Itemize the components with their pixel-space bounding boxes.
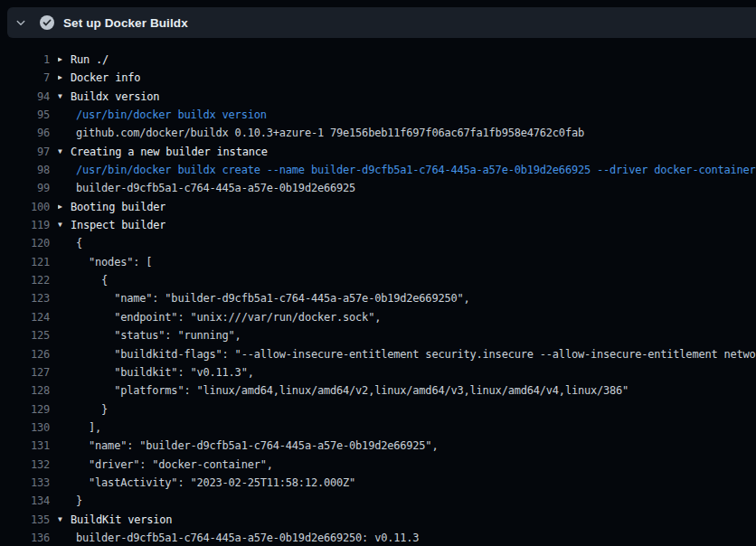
line-number[interactable]: 133 bbox=[0, 474, 50, 492]
line-number[interactable]: 125 bbox=[0, 326, 50, 344]
log-line-text: } bbox=[76, 400, 108, 419]
line-number[interactable]: 132 bbox=[0, 456, 50, 474]
log-line: 132 "driver": "docker-container", bbox=[0, 456, 756, 474]
triangle-down-icon[interactable]: ▼ bbox=[58, 216, 71, 234]
log-line: 128 "platforms": "linux/amd64,linux/amd6… bbox=[0, 381, 756, 400]
log-group-title[interactable]: ▼BuildKit version bbox=[58, 511, 172, 529]
line-number[interactable]: 123 bbox=[0, 289, 50, 307]
log-line-text: { bbox=[76, 234, 82, 252]
log-viewer: 1 ▶Run ./ 7 ▶Docker info 94 ▼Buildx vers… bbox=[0, 38, 756, 546]
log-line: 134 } bbox=[0, 492, 756, 510]
line-number[interactable]: 100 bbox=[0, 198, 50, 216]
log-line-text: builder-d9cfb5a1-c764-445a-a57e-0b19d2e6… bbox=[76, 529, 419, 546]
log-group-line[interactable]: 97 ▼Creating a new builder instance bbox=[0, 143, 756, 161]
log-group-title[interactable]: ▶Docker info bbox=[58, 69, 140, 87]
log-line-text: /usr/bin/docker buildx version bbox=[76, 106, 267, 124]
log-line-text: github.com/docker/buildx 0.10.3+azure-1 … bbox=[76, 124, 584, 142]
group-title-label: BuildKit version bbox=[71, 511, 172, 529]
log-line-text: "buildkitd-flags": "--allow-insecure-ent… bbox=[76, 345, 756, 363]
line-number[interactable]: 126 bbox=[0, 345, 50, 363]
step-header[interactable]: Set up Docker Buildx bbox=[7, 7, 756, 38]
log-line: 95 /usr/bin/docker buildx version bbox=[0, 106, 756, 124]
check-circle-icon bbox=[40, 15, 54, 30]
log-line-text: "lastActivity": "2023-02-25T11:58:12.000… bbox=[76, 474, 355, 492]
triangle-right-icon[interactable]: ▶ bbox=[58, 198, 71, 216]
line-number[interactable]: 7 bbox=[0, 69, 50, 87]
log-line-text: ], bbox=[76, 419, 101, 437]
line-number[interactable]: 128 bbox=[0, 381, 50, 400]
log-line: 124 "endpoint": "unix:///var/run/docker.… bbox=[0, 308, 756, 326]
log-line: 99 builder-d9cfb5a1-c764-445a-a57e-0b19d… bbox=[0, 179, 756, 197]
log-line: 120 { bbox=[0, 234, 756, 252]
log-line: 136 builder-d9cfb5a1-c764-445a-a57e-0b19… bbox=[0, 529, 756, 546]
line-number[interactable]: 127 bbox=[0, 363, 50, 381]
line-number[interactable]: 129 bbox=[0, 400, 50, 419]
log-line: 98 /usr/bin/docker buildx create --name … bbox=[0, 161, 756, 179]
line-number[interactable]: 96 bbox=[0, 124, 50, 142]
line-number[interactable]: 136 bbox=[0, 529, 50, 546]
line-number[interactable]: 99 bbox=[0, 179, 50, 197]
log-line-text: } bbox=[76, 492, 82, 510]
log-line-text: "nodes": [ bbox=[76, 253, 152, 271]
triangle-down-icon[interactable]: ▼ bbox=[58, 143, 71, 161]
log-line: 126 "buildkitd-flags": "--allow-insecure… bbox=[0, 345, 756, 363]
log-line-text: { bbox=[76, 271, 108, 289]
line-number[interactable]: 124 bbox=[0, 308, 50, 326]
step-title: Set up Docker Buildx bbox=[63, 16, 188, 30]
log-group-line[interactable]: 1 ▶Run ./ bbox=[0, 51, 756, 69]
log-group-title[interactable]: ▶Run ./ bbox=[58, 51, 109, 69]
group-title-label: Docker info bbox=[71, 69, 140, 87]
triangle-right-icon[interactable]: ▶ bbox=[58, 51, 71, 69]
log-line: 131 "name": "builder-d9cfb5a1-c764-445a-… bbox=[0, 437, 756, 455]
log-line: 133 "lastActivity": "2023-02-25T11:58:12… bbox=[0, 474, 756, 492]
log-group-line[interactable]: 100 ▶Booting builder bbox=[0, 198, 756, 216]
chevron-down-icon[interactable] bbox=[7, 17, 34, 28]
log-line-text: /usr/bin/docker buildx create --name bui… bbox=[76, 161, 756, 179]
log-line-text: "buildkit": "v0.11.3", bbox=[76, 363, 254, 381]
triangle-right-icon[interactable]: ▶ bbox=[58, 69, 71, 87]
line-number[interactable]: 122 bbox=[0, 271, 50, 289]
triangle-down-icon[interactable]: ▼ bbox=[58, 511, 71, 529]
log-line: 129 } bbox=[0, 400, 756, 419]
line-number[interactable]: 130 bbox=[0, 419, 50, 437]
log-line: 96 github.com/docker/buildx 0.10.3+azure… bbox=[0, 124, 756, 142]
log-group-title[interactable]: ▼Inspect builder bbox=[58, 216, 165, 234]
group-title-label: Creating a new builder instance bbox=[71, 143, 268, 161]
group-title-label: Booting builder bbox=[71, 198, 165, 216]
log-line: 123 "name": "builder-d9cfb5a1-c764-445a-… bbox=[0, 289, 756, 307]
log-line-text: "name": "builder-d9cfb5a1-c764-445a-a57e… bbox=[76, 437, 438, 455]
group-title-label: Run ./ bbox=[71, 51, 109, 69]
log-group-title[interactable]: ▼Creating a new builder instance bbox=[58, 143, 268, 161]
line-number[interactable]: 119 bbox=[0, 216, 50, 234]
line-number[interactable]: 94 bbox=[0, 88, 50, 106]
triangle-down-icon[interactable]: ▼ bbox=[58, 88, 71, 106]
line-number[interactable]: 95 bbox=[0, 106, 50, 124]
line-number[interactable]: 1 bbox=[0, 51, 50, 69]
log-line: 122 { bbox=[0, 271, 756, 289]
log-group-line[interactable]: 7 ▶Docker info bbox=[0, 69, 756, 87]
log-line: 121 "nodes": [ bbox=[0, 253, 756, 271]
log-line: 127 "buildkit": "v0.11.3", bbox=[0, 363, 756, 381]
log-line-text: builder-d9cfb5a1-c764-445a-a57e-0b19d2e6… bbox=[76, 179, 355, 197]
line-number[interactable]: 98 bbox=[0, 161, 50, 179]
group-title-label: Buildx version bbox=[71, 88, 159, 106]
log-group-line[interactable]: 135 ▼BuildKit version bbox=[0, 511, 756, 529]
log-line: 125 "status": "running", bbox=[0, 326, 756, 344]
log-group-line[interactable]: 119 ▼Inspect builder bbox=[0, 216, 756, 234]
line-number[interactable]: 120 bbox=[0, 234, 50, 252]
line-number[interactable]: 131 bbox=[0, 437, 50, 455]
log-group-line[interactable]: 94 ▼Buildx version bbox=[0, 88, 756, 106]
log-line-text: "status": "running", bbox=[76, 326, 241, 344]
line-number[interactable]: 121 bbox=[0, 253, 50, 271]
line-number[interactable]: 97 bbox=[0, 143, 50, 161]
log-line: 130 ], bbox=[0, 419, 756, 437]
log-group-title[interactable]: ▶Booting builder bbox=[58, 198, 165, 216]
log-group-title[interactable]: ▼Buildx version bbox=[58, 88, 159, 106]
line-number[interactable]: 134 bbox=[0, 492, 50, 510]
log-line-text: "platforms": "linux/amd64,linux/amd64/v2… bbox=[76, 381, 628, 400]
log-line-text: "driver": "docker-container", bbox=[76, 456, 273, 474]
log-line-text: "name": "builder-d9cfb5a1-c764-445a-a57e… bbox=[76, 289, 470, 307]
group-title-label: Inspect builder bbox=[71, 216, 165, 234]
log-line-text: "endpoint": "unix:///var/run/docker.sock… bbox=[76, 308, 381, 326]
line-number[interactable]: 135 bbox=[0, 511, 50, 529]
